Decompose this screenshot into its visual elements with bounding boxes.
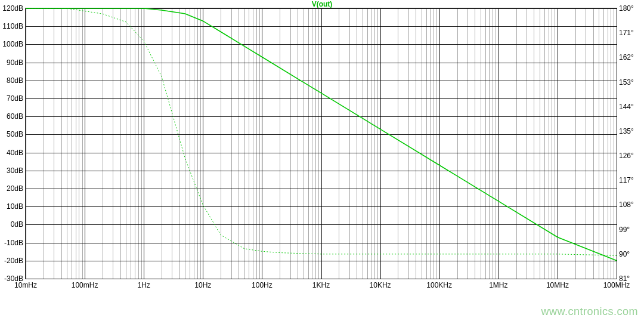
y-right-tick: 126° [619,152,642,160]
y-right-tick: 90° [619,250,642,258]
y-left-tick: 50dB [1,130,23,138]
y-left-tick: 110dB [1,22,23,30]
y-right-tick: 162° [619,53,642,61]
y-left-tick: -10dB [1,239,23,247]
y-right-tick: 180° [619,4,642,13]
y-left-tick: 60dB [1,112,23,121]
watermark: www.cntronics.com [541,306,638,318]
y-left-tick: 70dB [1,94,23,103]
y-left-tick: 100dB [1,40,23,48]
x-tick: 100Hz [252,281,273,289]
x-tick: 1Hz [138,281,150,289]
y-left-tick: 120dB [1,4,23,13]
y-left-tick: 20dB [1,184,23,193]
x-tick: 10KHz [370,281,391,289]
x-tick: 10MHz [546,281,569,289]
y-right-tick: 135° [619,127,642,135]
x-tick: 10Hz [194,281,211,289]
plot-area: 10mHz100mHz1Hz10Hz100Hz1KHz10KHz100KHz1M… [25,8,617,279]
x-tick: 100KHz [426,281,452,289]
y-left-tick: 10dB [1,202,23,211]
y-left-tick: 90dB [1,58,23,67]
y-right-tick: 153° [619,78,642,87]
y-right-tick: 171° [619,29,642,37]
y-left-tick: 0dB [1,220,23,229]
y-left-tick: 30dB [1,166,23,175]
x-tick: 1KHz [312,281,330,289]
y-right-tick: 81° [619,274,642,283]
x-tick: 1MHz [489,281,507,289]
y-right-tick: 144° [619,103,642,111]
y-left-tick: 80dB [1,76,23,85]
y-left-tick: -20dB [1,257,23,265]
y-right-tick: 108° [619,200,642,209]
y-left-tick: 40dB [1,149,23,157]
chart-title: V(out) [0,0,644,8]
trace-magnitude_dB [26,8,617,261]
trace-phase_deg [26,8,617,255]
y-right-tick: 117° [619,176,642,184]
x-tick: 100mHz [72,281,98,289]
y-left-tick: -30dB [1,274,23,283]
y-right-tick: 99° [619,226,642,234]
